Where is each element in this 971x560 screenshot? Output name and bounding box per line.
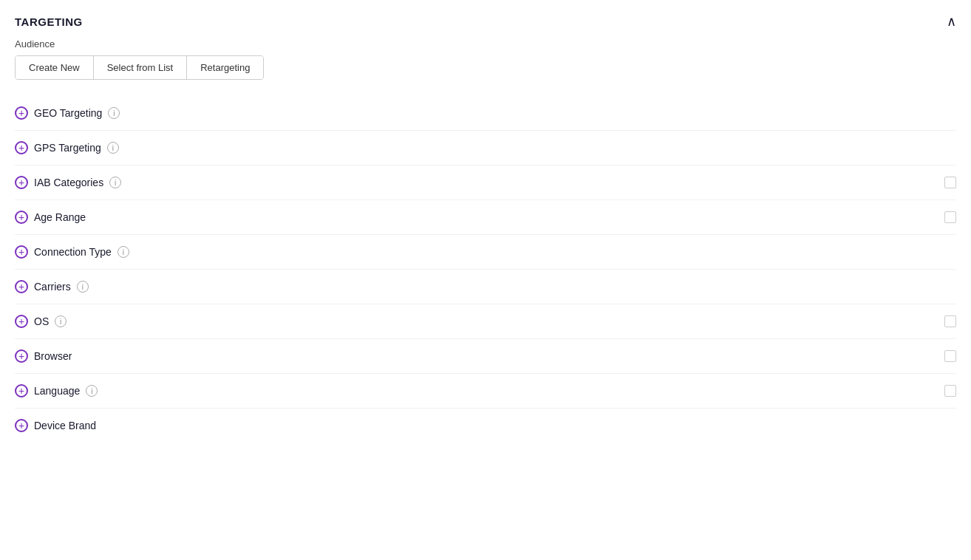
targeting-row-geo: + GEO Targeting i [15,96,956,131]
geo-targeting-spacer [944,107,956,119]
geo-targeting-label: GEO Targeting [34,107,102,119]
targeting-row-iab: + IAB Categories i [15,165,956,200]
targeting-left-carriers: + Carriers i [15,280,89,293]
add-carriers-targeting-icon[interactable]: + [15,280,28,293]
carriers-targeting-spacer [944,281,956,293]
age-targeting-label: Age Range [34,211,86,223]
gps-targeting-info-icon[interactable]: i [107,142,119,154]
targeting-row-gps: + GPS Targeting i [15,131,956,165]
add-language-targeting-icon[interactable]: + [15,384,28,397]
language-targeting-label: Language [34,385,80,397]
targeting-row-device-brand: + Device Brand [15,409,956,443]
gps-targeting-label: GPS Targeting [34,142,101,154]
gps-targeting-spacer [944,142,956,154]
add-geo-targeting-icon[interactable]: + [15,106,28,120]
connection-targeting-info-icon[interactable]: i [117,246,129,258]
add-age-targeting-icon[interactable]: + [15,211,28,224]
device-brand-targeting-spacer [944,420,956,431]
carriers-targeting-label: Carriers [34,281,71,293]
targeting-row-age: + Age Range [15,200,956,235]
targeting-left-gps: + GPS Targeting i [15,141,119,154]
targeting-left-connection: + Connection Type i [15,245,129,259]
targeting-row-os: + OS i [15,304,956,339]
language-targeting-info-icon[interactable]: i [86,385,98,397]
targeting-list: + GEO Targeting i + GPS Targeting i + IA… [15,96,956,443]
age-targeting-checkbox[interactable] [944,211,956,223]
iab-targeting-info-icon[interactable]: i [109,177,121,188]
targeting-left-language: + Language i [15,384,98,397]
connection-targeting-label: Connection Type [34,246,112,258]
add-gps-targeting-icon[interactable]: + [15,141,28,154]
targeting-left-age: + Age Range [15,211,86,224]
browser-targeting-label: Browser [34,350,72,362]
geo-targeting-info-icon[interactable]: i [108,107,120,119]
targeting-row-connection: + Connection Type i [15,235,956,270]
os-targeting-checkbox[interactable] [944,315,956,327]
targeting-left-device-brand: + Device Brand [15,419,96,432]
page-container: TARGETING ∧ Audience Create New Select f… [0,0,971,560]
os-targeting-info-icon[interactable]: i [55,315,67,327]
targeting-left-geo: + GEO Targeting i [15,106,120,120]
add-connection-targeting-icon[interactable]: + [15,245,28,259]
os-targeting-label: OS [34,315,49,327]
collapse-icon[interactable]: ∧ [947,15,956,28]
targeting-left-browser: + Browser [15,349,72,363]
targeting-row-carriers: + Carriers i [15,270,956,304]
targeting-row-language: + Language i [15,374,956,409]
iab-targeting-checkbox[interactable] [944,177,956,188]
tab-retargeting[interactable]: Retargeting [187,56,263,79]
language-targeting-checkbox[interactable] [944,385,956,397]
browser-targeting-checkbox[interactable] [944,350,956,362]
targeting-left-iab: + IAB Categories i [15,176,121,189]
add-device-brand-targeting-icon[interactable]: + [15,419,28,432]
targeting-row-browser: + Browser [15,339,956,374]
audience-label: Audience [15,38,956,49]
add-iab-targeting-icon[interactable]: + [15,176,28,189]
add-browser-targeting-icon[interactable]: + [15,349,28,363]
page-title: TARGETING [15,16,83,28]
targeting-left-os: + OS i [15,315,67,328]
iab-targeting-label: IAB Categories [34,177,103,188]
add-os-targeting-icon[interactable]: + [15,315,28,328]
device-brand-targeting-label: Device Brand [34,420,96,431]
tab-create-new[interactable]: Create New [16,56,94,79]
audience-tab-group: Create New Select from List Retargeting [15,55,264,80]
connection-targeting-spacer [944,246,956,258]
tab-select-from-list[interactable]: Select from List [94,56,188,79]
carriers-targeting-info-icon[interactable]: i [77,281,89,293]
header-row: TARGETING ∧ [15,15,956,28]
